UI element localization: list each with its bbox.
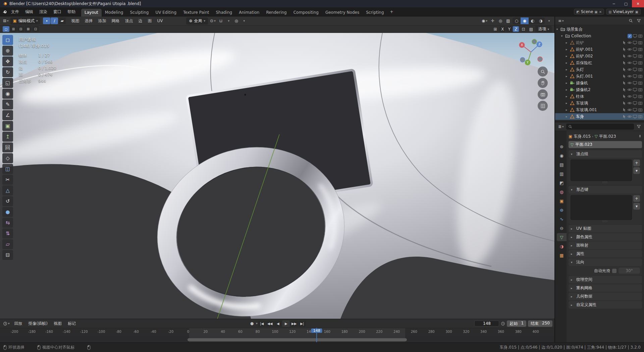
selectable-toggle-icon[interactable]: [622, 81, 627, 85]
hide-toggle-eye-icon[interactable]: [627, 87, 632, 92]
new-viewlayer-icon[interactable]: ▣: [635, 10, 638, 14]
disclosure-icon[interactable]: ▸: [565, 41, 569, 44]
viewport-menu-UV[interactable]: UV: [154, 17, 165, 24]
selectable-toggle-icon[interactable]: [622, 60, 627, 65]
tool-rotate[interactable]: ↻: [2, 67, 13, 77]
playhead[interactable]: 148: [316, 328, 317, 342]
menu-编辑[interactable]: 编辑: [22, 8, 36, 16]
proportional-editing-toggle[interactable]: ◎: [233, 17, 240, 24]
outliner-row-头灯.001[interactable]: ▸头灯.001: [555, 73, 644, 80]
auto-keying-toggle[interactable]: ●: [249, 320, 255, 327]
menu-窗口[interactable]: 窗口: [50, 8, 64, 16]
transport-2[interactable]: ◀: [274, 320, 282, 327]
specials-menu-button[interactable]: ▾: [633, 203, 640, 210]
render-disable-toggle-icon[interactable]: [638, 87, 643, 92]
tool-smooth[interactable]: ●: [2, 207, 13, 217]
tool-bevel[interactable]: ◇: [2, 153, 13, 163]
add-item-button[interactable]: +: [633, 160, 640, 166]
gizmos-toggle[interactable]: ✛: [489, 17, 496, 24]
shading-dropdown[interactable]: ▾: [546, 17, 552, 24]
shading-material[interactable]: ◐: [529, 17, 537, 24]
breadcrumb-data[interactable]: 平面.023: [599, 134, 616, 139]
tool-edge-slide[interactable]: ⇆: [2, 218, 13, 228]
workspace-tab-shading[interactable]: Shading: [212, 9, 235, 16]
transform-orientation-dropdown[interactable]: ⊕ 全局 ▾: [186, 17, 208, 25]
properties-tab-view-layer[interactable]: ▥: [557, 170, 567, 178]
viewport-disable-toggle-icon[interactable]: [633, 40, 637, 45]
viewport-disable-toggle-icon[interactable]: [633, 60, 637, 65]
render-disable-toggle-icon[interactable]: [638, 114, 643, 119]
properties-tab-object-data[interactable]: ▽: [557, 233, 567, 241]
collection-checkbox[interactable]: ✓: [628, 34, 632, 38]
render-disable-toggle-icon[interactable]: [638, 34, 643, 38]
mesh-name-field[interactable]: ▽ 平面.023: [569, 141, 642, 148]
properties-tab-physics[interactable]: ∿: [557, 215, 567, 223]
selectable-toggle-icon[interactable]: [622, 94, 627, 99]
select-mode-vertex[interactable]: ∙: [43, 17, 50, 24]
outliner-row-前铲.002[interactable]: ▸前铲.002: [555, 53, 644, 59]
hide-toggle-eye-icon[interactable]: [627, 47, 632, 52]
workspace-tab-rendering[interactable]: Rendering: [263, 9, 290, 16]
properties-tab-output[interactable]: ▤: [557, 161, 567, 169]
workspace-tab-compositing[interactable]: Compositing: [290, 9, 322, 16]
workspace-tab-layout[interactable]: Layout: [81, 9, 102, 16]
tool-inset-faces[interactable]: 回: [2, 142, 13, 152]
disclosure-icon[interactable]: ▸: [565, 88, 569, 91]
properties-tab-texture[interactable]: ▦: [557, 251, 567, 259]
xray-toggle[interactable]: ▨: [505, 17, 512, 24]
timeline-menu-标记[interactable]: 标记: [65, 320, 79, 327]
tool-add-cube[interactable]: ▣: [2, 121, 13, 131]
panel-header-UV 贴图[interactable]: ▸UV 贴图: [569, 225, 642, 232]
hide-toggle-eye-icon[interactable]: [627, 107, 632, 112]
outliner-scene-collection[interactable]: ▾场景集合: [555, 26, 644, 33]
unlink-scene-icon[interactable]: ✕: [599, 10, 602, 14]
specials-menu-button[interactable]: ▾: [633, 167, 640, 174]
outliner-row-柱体[interactable]: ▸柱体: [555, 93, 644, 100]
outliner-row-前铲[interactable]: ▸前铲: [555, 39, 644, 46]
selectable-toggle-icon[interactable]: [622, 114, 627, 119]
timeline-ruler[interactable]: -200-180-160-140-120-100-80-60-40-200204…: [0, 328, 554, 336]
panel-header-自定义属性[interactable]: ▸自定义属性: [569, 301, 642, 309]
breadcrumb-object[interactable]: 车身.015: [574, 134, 591, 139]
timeline-menu-回放[interactable]: 回放: [11, 320, 25, 327]
workspace-tab-scripting[interactable]: Scripting: [363, 9, 387, 16]
overlays-toggle[interactable]: ◎: [497, 17, 504, 24]
outliner-search-icon[interactable]: [627, 17, 634, 24]
new-scene-icon[interactable]: ▣: [594, 10, 597, 14]
selectable-toggle-icon[interactable]: [622, 87, 627, 92]
transport-1[interactable]: ◀◀: [266, 320, 274, 327]
outliner-row-前铲.001[interactable]: ▸前铲.001: [555, 46, 644, 53]
shading-rendered[interactable]: ◑: [537, 17, 545, 24]
tool-knife[interactable]: ✂: [2, 175, 13, 185]
properties-tab-object[interactable]: ▣: [557, 197, 567, 205]
transport-0[interactable]: |◀: [258, 320, 266, 327]
blender-app-menu-icon[interactable]: [1, 8, 8, 15]
disclosure-icon[interactable]: ▸: [565, 81, 569, 85]
tool-spin[interactable]: ↺: [2, 196, 13, 206]
tool-transform[interactable]: ◉: [2, 89, 13, 99]
workspace-tab-modeling[interactable]: Modeling: [102, 9, 127, 16]
hide-toggle-eye-icon[interactable]: [627, 67, 632, 72]
render-disable-toggle-icon[interactable]: [638, 40, 643, 45]
selectable-toggle-icon[interactable]: [622, 107, 627, 112]
outliner-row-车身[interactable]: ▸车身: [555, 113, 644, 120]
select-mode-face[interactable]: ▰: [58, 17, 66, 24]
hide-toggle-eye-icon[interactable]: [627, 101, 632, 105]
properties-tab-modifiers[interactable]: ⊚: [557, 206, 567, 214]
render-disable-toggle-icon[interactable]: [638, 94, 643, 99]
preview-range-clock-icon[interactable]: [501, 321, 505, 326]
viewport-disable-toggle-icon[interactable]: [633, 101, 637, 105]
workspace-tab-animation[interactable]: Animation: [235, 9, 263, 16]
maximize-button[interactable]: ▢: [620, 0, 632, 7]
disclosure-icon[interactable]: ▸: [565, 115, 569, 118]
properties-tab-constraints[interactable]: ⊖: [557, 224, 567, 232]
顶点组-list[interactable]: [571, 160, 632, 181]
viewport-menu-视图[interactable]: 视图: [68, 17, 82, 25]
outliner-row-后保险杠[interactable]: ▸后保险杠: [555, 59, 644, 66]
viewlayer-selector[interactable]: ▥ ViewLayer ▣: [606, 9, 641, 15]
select-op-1[interactable]: ⊞: [10, 26, 17, 32]
camera-view-button[interactable]: [538, 89, 548, 99]
transport-4[interactable]: ▶▶: [290, 320, 298, 327]
selectable-toggle-icon[interactable]: [622, 67, 627, 72]
menu-渲染[interactable]: 渲染: [36, 8, 50, 16]
